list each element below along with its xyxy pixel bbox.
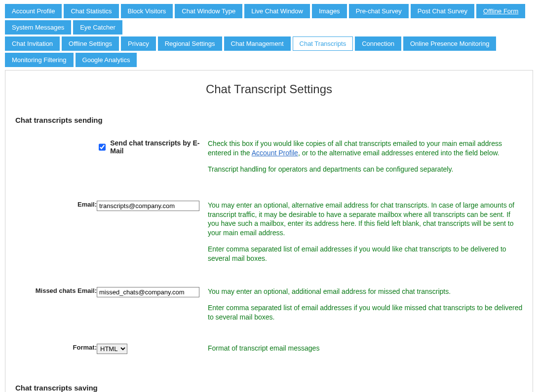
tab-regional-settings[interactable]: Regional Settings [158, 36, 222, 51]
tab-chat-window-type[interactable]: Chat Window Type [175, 4, 242, 18]
tab-monitoring-filtering[interactable]: Monitoring Filtering [5, 53, 74, 67]
format-label: Format: [15, 344, 97, 369]
email-label: Email: [15, 201, 97, 287]
section-saving-heading: Chat transcripts saving [15, 384, 523, 392]
tab-eye-catcher[interactable]: Eye Catcher [73, 20, 122, 35]
missed-help-2: Enter comma separated list of email addr… [208, 303, 523, 322]
tab-system-messages[interactable]: System Messages [5, 20, 71, 35]
email-help-2: Enter comma separated list of email addr… [208, 245, 523, 263]
tab-offline-settings[interactable]: Offline Settings [62, 36, 119, 51]
tab-pre-chat-survey[interactable]: Pre-chat Survey [349, 4, 409, 18]
format-select[interactable]: HTMLText [97, 344, 127, 354]
tab-privacy[interactable]: Privacy [121, 36, 156, 51]
tab-chat-invitation[interactable]: Chat Invitation [5, 36, 60, 51]
tab-chat-management[interactable]: Chat Management [224, 36, 291, 51]
send-help-1: Check this box if you would like copies … [208, 139, 523, 158]
tab-connection[interactable]: Connection [355, 36, 401, 51]
missed-email-label: Missed chats Email: [15, 287, 97, 344]
send-help-2: Transcript handling for operators and de… [208, 165, 523, 174]
top-tab-nav: Account ProfileChat StatisticsBlock Visi… [5, 4, 533, 35]
tab-online-presence-monitoring[interactable]: Online Presence Monitoring [403, 36, 496, 51]
tab-live-chat-window[interactable]: Live Chat Window [244, 4, 310, 18]
tab-post-chat-survey[interactable]: Post Chat Survey [411, 4, 474, 18]
settings-panel: Chat Transcript Settings Chat transcript… [5, 70, 533, 392]
tab-offline-form[interactable]: Offline Form [476, 4, 525, 18]
send-transcripts-label[interactable]: Send chat transcripts by E-Mail [110, 139, 208, 155]
settings-form: Send chat transcripts by E-Mail Check th… [15, 139, 523, 369]
missed-email-input[interactable] [97, 287, 199, 297]
tab-chat-transcripts[interactable]: Chat Transcripts [293, 36, 353, 51]
tab-account-profile[interactable]: Account Profile [5, 4, 62, 18]
email-help-1: You may enter an optional, alternative e… [208, 201, 523, 238]
missed-help-1: You may enter an optional, additional em… [208, 287, 523, 296]
tab-google-analytics[interactable]: Google Analytics [76, 53, 137, 67]
sub-tab-nav: Chat InvitationOffline SettingsPrivacyRe… [5, 36, 533, 67]
page-title: Chat Transcript Settings [15, 82, 523, 96]
send-transcripts-checkbox[interactable] [99, 143, 106, 151]
section-sending-heading: Chat transcripts sending [15, 116, 523, 124]
email-input[interactable] [97, 201, 199, 211]
account-profile-link[interactable]: Account Profile [252, 149, 298, 157]
tab-chat-statistics[interactable]: Chat Statistics [64, 4, 118, 18]
format-help: Format of transcript email messages [208, 344, 523, 353]
tab-images[interactable]: Images [312, 4, 347, 18]
tab-block-visitors[interactable]: Block Visitors [121, 4, 173, 18]
